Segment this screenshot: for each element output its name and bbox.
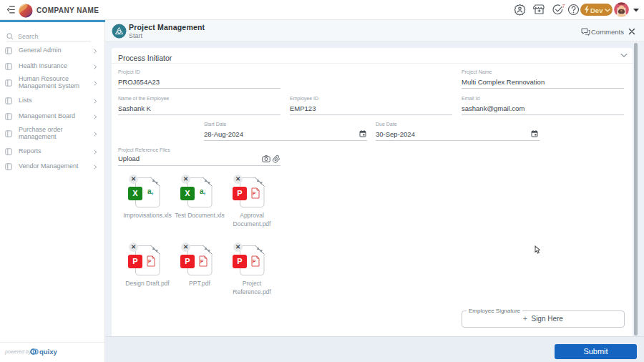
svg-text:P: P bbox=[200, 259, 204, 264]
svg-text:P: P bbox=[253, 259, 256, 264]
svg-text:P: P bbox=[253, 191, 256, 196]
svg-text:P: P bbox=[148, 259, 152, 264]
svg-text:7: 7 bbox=[562, 4, 565, 9]
